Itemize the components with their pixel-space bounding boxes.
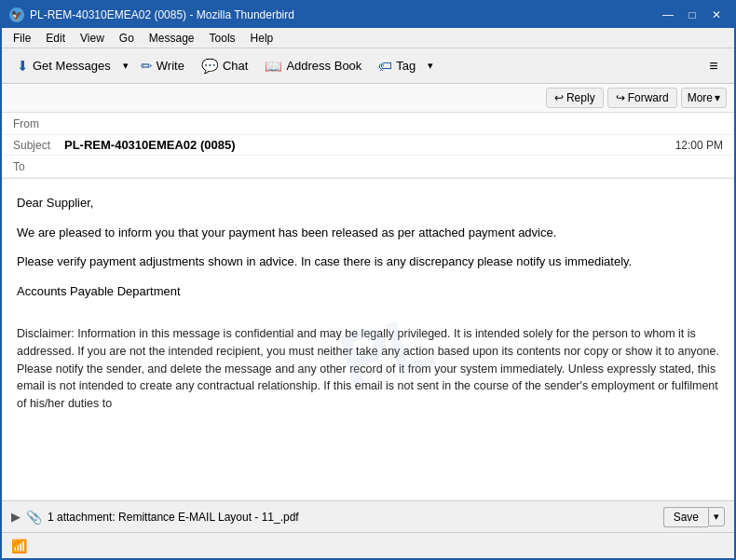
get-messages-dropdown[interactable]: ▾: [120, 56, 131, 75]
chat-icon: 💬: [201, 58, 219, 75]
from-label: From: [13, 117, 64, 130]
menu-tools[interactable]: Tools: [204, 30, 241, 47]
forward-icon: ↪: [616, 91, 625, 104]
address-book-label: Address Book: [286, 59, 361, 73]
toolbar: ⬇ Get Messages ▾ ✏ Write 💬 Chat 📖 Addres…: [2, 48, 734, 84]
reply-button[interactable]: ↩ Reply: [546, 88, 604, 108]
address-book-button[interactable]: 📖 Address Book: [257, 54, 369, 78]
close-button[interactable]: ✕: [706, 7, 727, 23]
menu-view[interactable]: View: [75, 30, 110, 47]
tag-icon: 🏷: [378, 58, 392, 74]
menu-file[interactable]: File: [7, 30, 36, 47]
chat-label: Chat: [223, 59, 248, 73]
menu-edit[interactable]: Edit: [40, 30, 71, 47]
subject-label: Subject: [13, 139, 64, 152]
email-paragraph1: We are pleased to inform you that your p…: [17, 224, 719, 242]
maximize-button[interactable]: □: [682, 7, 702, 23]
address-book-icon: 📖: [265, 58, 282, 75]
paperclip-icon: 📎: [26, 510, 42, 525]
email-header: From Subject PL-REM-40310EMEA02 (0085) 1…: [2, 113, 734, 179]
attachment-text: 1 attachment: Remittance E-MAIL Layout -…: [48, 511, 299, 524]
email-signoff: Accounts Payable Department: [17, 282, 719, 301]
window-title: PL-REM-40310EMEA02 (0085) - Mozilla Thun…: [30, 8, 294, 21]
expand-arrow-icon[interactable]: ▶: [11, 510, 20, 524]
title-bar: 🦅 PL-REM-40310EMEA02 (0085) - Mozilla Th…: [2, 2, 734, 28]
email-time: 12:00 PM: [675, 139, 723, 152]
write-icon: ✏: [141, 58, 153, 75]
attachment-bar: ▶ 📎 1 attachment: Remittance E-MAIL Layo…: [2, 500, 734, 532]
get-messages-button[interactable]: ⬇ Get Messages: [9, 54, 118, 78]
minimize-button[interactable]: —: [658, 7, 678, 23]
save-button-group: Save ▾: [663, 507, 725, 527]
email-paragraph2: Please verify payment adjustments shown …: [17, 253, 719, 271]
tag-dropdown[interactable]: ▾: [425, 56, 436, 75]
email-content-wrapper: PL Dear Supplier, We are pleased to info…: [2, 179, 734, 524]
more-label: More: [688, 91, 713, 104]
reply-label: Reply: [566, 91, 595, 104]
tag-label: Tag: [396, 59, 416, 73]
attachment-info: ▶ 📎 1 attachment: Remittance E-MAIL Layo…: [11, 510, 299, 525]
to-row: To: [2, 156, 734, 178]
get-messages-label: Get Messages: [33, 59, 111, 73]
get-messages-icon: ⬇: [17, 58, 29, 75]
email-body: PL Dear Supplier, We are pleased to info…: [2, 179, 734, 524]
from-row: From: [2, 113, 734, 135]
save-button[interactable]: Save: [663, 507, 708, 527]
more-dropdown-icon: ▾: [715, 91, 720, 104]
chat-button[interactable]: 💬 Chat: [194, 54, 255, 78]
subject-value: PL-REM-40310EMEA02 (0085): [64, 138, 675, 152]
email-disclaimer: Disclaimer: Information in this message …: [17, 325, 719, 413]
menu-message[interactable]: Message: [143, 30, 200, 47]
email-actions-bar: ↩ Reply ↪ Forward More ▾: [2, 84, 734, 113]
hamburger-menu-button[interactable]: ≡: [701, 53, 727, 79]
reply-icon: ↩: [554, 91, 564, 104]
app-icon: 🦅: [9, 7, 24, 22]
status-bar: 📶: [2, 532, 734, 558]
tag-button[interactable]: 🏷 Tag: [371, 54, 423, 77]
forward-button[interactable]: ↪ Forward: [607, 88, 677, 108]
more-button[interactable]: More ▾: [681, 88, 727, 108]
wifi-icon: 📶: [11, 539, 27, 553]
menu-help[interactable]: Help: [245, 30, 279, 47]
subject-row: Subject PL-REM-40310EMEA02 (0085) 12:00 …: [2, 135, 734, 156]
forward-label: Forward: [628, 91, 669, 104]
save-dropdown-button[interactable]: ▾: [708, 507, 725, 526]
write-label: Write: [157, 59, 184, 73]
write-button[interactable]: ✏ Write: [133, 54, 192, 78]
menu-bar: File Edit View Go Message Tools Help: [2, 28, 734, 48]
menu-go[interactable]: Go: [114, 30, 140, 47]
to-label: To: [13, 160, 64, 173]
email-greeting: Dear Supplier,: [17, 194, 719, 212]
